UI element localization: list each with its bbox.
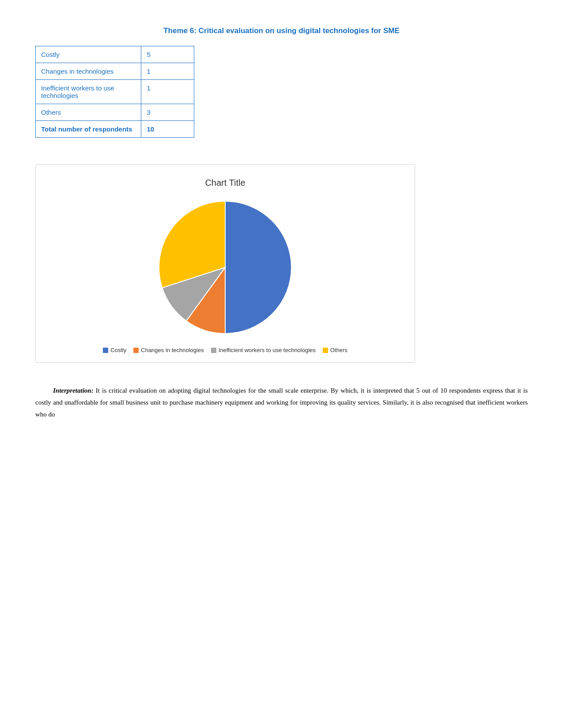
row-label: Inefficient workers to use technologies — [36, 80, 141, 104]
legend-label: Others — [330, 347, 348, 353]
page-title: Theme 6: Critical evaluation on using di… — [35, 26, 528, 35]
legend-color — [103, 348, 108, 353]
legend-color — [211, 348, 216, 353]
table-row: Inefficient workers to use technologies1 — [36, 80, 194, 104]
row-value: 1 — [141, 63, 194, 80]
legend-color — [323, 348, 328, 353]
chart-title: Chart Title — [53, 178, 397, 188]
row-value: 5 — [141, 46, 194, 63]
legend-color — [133, 348, 139, 353]
chart-legend: CostlyChanges in technologiesInefficient… — [53, 347, 397, 353]
total-label: Total number of respondents — [36, 121, 141, 138]
total-value: 10 — [141, 121, 194, 138]
pie-slice — [225, 201, 291, 334]
total-row: Total number of respondents10 — [36, 121, 194, 138]
table-row: Others3 — [36, 104, 194, 121]
row-label: Changes in technologies — [36, 63, 141, 80]
legend-item: Others — [323, 347, 348, 353]
chart-container: Chart Title CostlyChanges in technologie… — [35, 164, 415, 363]
chart-area — [53, 197, 397, 338]
interpretation-label: Interpretation: — [53, 387, 94, 394]
legend-item: Changes in technologies — [133, 347, 204, 353]
legend-item: Costly — [103, 347, 126, 353]
legend-label: Inefficient workers to use technologies — [219, 347, 316, 353]
data-table: Costly5Changes in technologies1Inefficie… — [35, 46, 194, 138]
pie-chart — [155, 197, 296, 338]
interpretation-text: It is critical evaluation on adopting di… — [35, 387, 528, 418]
table-row: Costly5 — [36, 46, 194, 63]
legend-label: Changes in technologies — [141, 347, 204, 353]
table-row: Changes in technologies1 — [36, 63, 194, 80]
interpretation-section: Interpretation: It is critical evaluatio… — [35, 385, 528, 420]
legend-item: Inefficient workers to use technologies — [211, 347, 316, 353]
row-value: 1 — [141, 80, 194, 104]
row-label: Costly — [36, 46, 141, 63]
row-label: Others — [36, 104, 141, 121]
row-value: 3 — [141, 104, 194, 121]
legend-label: Costly — [110, 347, 126, 353]
